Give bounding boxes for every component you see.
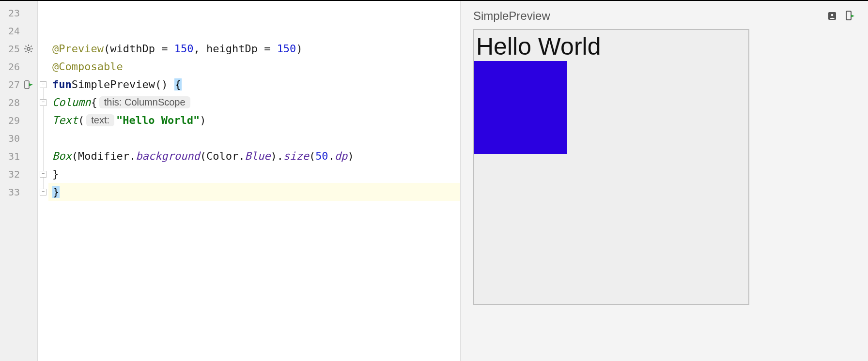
line-number: 25 — [2, 43, 20, 55]
inlay-hint: text: — [86, 114, 114, 126]
fold-cell — [38, 4, 48, 22]
fold-cell — [38, 111, 48, 129]
line-number: 30 — [2, 133, 20, 144]
line-number: 29 — [2, 115, 20, 126]
gutter-row: 32 — [0, 165, 37, 183]
preview-text: Hello World — [474, 30, 601, 61]
svg-line-8 — [31, 45, 31, 46]
fold-toggle-icon[interactable]: − — [40, 81, 46, 88]
gutter-spacer — [23, 186, 34, 198]
code-line[interactable]: fun SimplePreview() { — [48, 75, 460, 93]
svg-point-12 — [831, 14, 834, 16]
svg-marker-10 — [29, 83, 33, 86]
preview-header: SimplePreview — [473, 8, 855, 24]
fold-cell — [38, 40, 48, 58]
code-line[interactable] — [48, 4, 460, 22]
run-gutter-icon[interactable] — [23, 79, 34, 90]
line-number: 33 — [2, 186, 20, 198]
line-number: 27 — [2, 79, 20, 90]
code-line[interactable]: @Preview(widthDp = 150, heightDp = 150) — [48, 40, 460, 58]
fold-toggle-icon[interactable]: − — [40, 189, 46, 196]
gutter-spacer — [23, 168, 34, 180]
code-area[interactable]: −−−− @Preview(widthDp = 150, heightDp = … — [38, 1, 460, 361]
fold-cell — [38, 22, 48, 40]
preview-title: SimplePreview — [473, 9, 821, 23]
gutter-spacer — [23, 150, 34, 162]
app-root: 2324252627282930313233 −−−− @Preview(wid… — [0, 0, 868, 361]
line-number: 32 — [2, 168, 20, 180]
line-number: 26 — [2, 61, 20, 73]
code-line[interactable]: } — [48, 183, 460, 201]
line-number: 28 — [2, 97, 20, 108]
code-line[interactable] — [48, 129, 460, 147]
gutter-spacer — [23, 25, 34, 37]
code-editor-pane: 2324252627282930313233 −−−− @Preview(wid… — [0, 1, 460, 361]
fold-cell: − — [38, 183, 48, 201]
line-number: 23 — [2, 7, 20, 19]
gutter-row: 31 — [0, 147, 37, 165]
code-line[interactable]: Box(Modifier.background(Color.Blue).size… — [48, 147, 460, 165]
fold-toggle-icon[interactable]: − — [40, 171, 46, 178]
fold-cell — [38, 58, 48, 75]
editor-gutter: 2324252627282930313233 — [0, 1, 38, 361]
gutter-spacer — [23, 97, 34, 108]
deploy-preview-icon[interactable] — [844, 10, 855, 22]
code-line[interactable]: Text(text: "Hello World") — [48, 111, 460, 129]
gutter-row: 25 — [0, 40, 37, 58]
code-line[interactable]: } — [48, 165, 460, 183]
svg-marker-14 — [851, 15, 854, 17]
gutter-row: 23 — [0, 4, 37, 22]
preview-blue-box — [474, 61, 567, 154]
line-number: 31 — [2, 150, 20, 162]
gutter-row: 30 — [0, 129, 37, 147]
fold-cell — [38, 147, 48, 165]
interactive-preview-icon[interactable] — [826, 10, 838, 22]
code-line[interactable]: @Composable — [48, 58, 460, 75]
svg-line-6 — [31, 51, 31, 52]
svg-rect-13 — [846, 11, 851, 20]
gutter-row: 27 — [0, 75, 37, 93]
fold-toggle-icon[interactable]: − — [40, 99, 46, 106]
gutter-row: 28 — [0, 93, 37, 111]
fold-cell: − — [38, 165, 48, 183]
gutter-row: 29 — [0, 111, 37, 129]
code-line[interactable]: Column { this: ColumnScope — [48, 93, 460, 111]
fold-cell: − — [38, 75, 48, 93]
gutter-spacer — [23, 61, 34, 73]
fold-cell: − — [38, 93, 48, 111]
fold-strip: −−−− — [38, 4, 48, 361]
gutter-spacer — [23, 133, 34, 144]
svg-point-0 — [27, 47, 30, 50]
preview-canvas: Hello World — [473, 29, 749, 305]
inlay-hint: this: ColumnScope — [99, 96, 190, 108]
gutter-spacer — [23, 7, 34, 19]
code-line[interactable] — [48, 22, 460, 40]
gutter-row: 33 — [0, 183, 37, 201]
gear-icon[interactable] — [23, 43, 34, 55]
code-lines[interactable]: @Preview(widthDp = 150, heightDp = 150)@… — [48, 4, 460, 201]
gutter-spacer — [23, 115, 34, 126]
svg-line-7 — [26, 51, 27, 52]
fold-cell — [38, 129, 48, 147]
gutter-row: 24 — [0, 22, 37, 40]
svg-rect-9 — [25, 81, 29, 89]
compose-preview-pane: SimplePreview Hello World — [460, 1, 868, 361]
line-number: 24 — [2, 25, 20, 37]
gutter-row: 26 — [0, 58, 37, 75]
svg-line-5 — [26, 45, 27, 46]
